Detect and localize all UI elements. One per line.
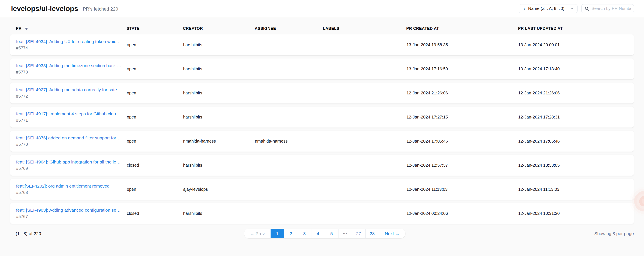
sort-dropdown-label: Name (Z→A, 9→0)	[528, 6, 564, 11]
pr-cell: feat: [SEI-4933]: Adding the timezone se…	[16, 63, 127, 75]
updated-at-cell: 12-Jan-2024 10:31:20	[518, 211, 630, 216]
pr-title-link[interactable]: feat: [SEI-4933]: Adding the timezone se…	[16, 63, 127, 69]
state-cell: open	[127, 187, 183, 192]
pr-number: #5772	[16, 93, 127, 99]
topbar: levelops/ui-levelops PR's fetched 220 ↑↓…	[0, 0, 644, 17]
column-header-assignee: ASSIGNEE	[255, 26, 323, 31]
column-header-updated-at: PR LAST UPDATED AT	[518, 26, 630, 31]
state-cell: open	[127, 91, 183, 96]
page-button[interactable]: 2	[284, 229, 298, 238]
page-button[interactable]: 5	[325, 229, 338, 238]
state-cell: closed	[127, 163, 183, 168]
table-row: feat:[SEI-4202]: org admin entitlement r…	[10, 179, 634, 200]
state-cell: open	[127, 42, 183, 47]
next-page-button[interactable]: Next →	[379, 229, 406, 238]
table-footer: (1 - 8) of 220 ← Prev 12345•••2728 Next …	[0, 229, 644, 238]
range-text: (1 - 8) of 220	[16, 231, 244, 236]
creator-cell: harshilbits	[183, 163, 255, 168]
pr-number: #5771	[16, 117, 127, 123]
pr-cell: feat: [SEI-4917]: Implement 4 steps for …	[16, 111, 127, 123]
table-row: feat: [SEI-4917]: Implement 4 steps for …	[10, 107, 634, 128]
table-body: feat: [SEI-4934]: Adding UX for creating…	[10, 34, 634, 224]
sort-descending-icon	[25, 28, 28, 30]
table-row: feat: [SEI-4927]: Adding metadata correc…	[10, 82, 634, 104]
column-header-pr[interactable]: PR	[16, 26, 126, 31]
created-at-cell: 12-Jan-2024 12:57:37	[406, 163, 518, 168]
pr-title-link[interactable]: feat: [SEI-4934]: Adding UX for creating…	[16, 38, 127, 45]
state-cell: open	[127, 67, 183, 71]
created-at-cell: 12-Jan-2024 17:27:15	[406, 115, 518, 120]
chevron-down-icon	[570, 7, 574, 10]
pr-cell: feat: [SEI-4903]: Adding advanced config…	[16, 207, 127, 220]
pagination-ellipsis[interactable]: •••	[338, 229, 352, 238]
creator-cell: harshilbits	[183, 211, 255, 216]
search-icon	[584, 6, 589, 11]
sort-dropdown[interactable]: ↑↓ Name (Z→A, 9→0)	[519, 4, 578, 13]
page-button[interactable]: 28	[366, 229, 379, 238]
pr-cell: feat:[SEI-4202]: org admin entitlement r…	[16, 183, 127, 196]
page-button[interactable]: 27	[352, 229, 366, 238]
search-input[interactable]	[592, 6, 631, 11]
table-row: feat: [SEI-4904]: Gihub app integration …	[10, 155, 634, 176]
table-row: feat: [SEI-4903]: Adding advanced config…	[10, 203, 634, 224]
updated-at-cell: 13-Jan-2024 20:00:01	[518, 42, 630, 47]
column-header-created-at: PR CREATED AT	[406, 26, 518, 31]
created-at-cell: 13-Jan-2024 19:58:35	[406, 42, 518, 47]
assignee-cell: nmahida-harness	[255, 139, 323, 144]
updated-at-cell: 12-Jan-2024 21:26:06	[518, 91, 630, 96]
created-at-cell: 12-Jan-2024 17:05:46	[406, 139, 518, 144]
pr-number: #5773	[16, 69, 127, 75]
creator-cell: harshilbits	[183, 67, 255, 71]
pagination-pages: 12345•••2728	[270, 229, 379, 238]
pr-cell: feat: [SEI-4876] added on demand filter …	[16, 135, 127, 147]
header-controls: ↑↓ Name (Z→A, 9→0)	[519, 4, 634, 13]
pr-number: #5770	[16, 141, 127, 147]
updated-at-cell: 13-Jan-2024 17:18:40	[518, 67, 630, 71]
pr-title-link[interactable]: feat: [SEI-4927]: Adding metadata correc…	[16, 87, 127, 93]
creator-cell: harshilbits	[183, 91, 255, 96]
pr-cell: feat: [SEI-4927]: Adding metadata correc…	[16, 87, 127, 99]
pr-title-link[interactable]: feat: [SEI-4904]: Gihub app integration …	[16, 159, 127, 165]
pr-title-link[interactable]: feat: [SEI-4917]: Implement 4 steps for …	[16, 111, 127, 117]
pr-number: #5774	[16, 45, 127, 51]
state-cell: open	[127, 115, 183, 120]
creator-cell: harshilbits	[183, 115, 255, 120]
pr-cell: feat: [SEI-4904]: Gihub app integration …	[16, 159, 127, 171]
sort-direction-icon: ↑↓	[522, 6, 526, 11]
pr-fetched-count: PR's fetched 220	[83, 5, 118, 12]
updated-at-cell: 12-Jan-2024 11:13:03	[518, 187, 630, 192]
state-cell: open	[127, 139, 183, 144]
page-button[interactable]: 3	[298, 229, 311, 238]
updated-at-cell: 12-Jan-2024 17:28:31	[518, 115, 630, 120]
creator-cell: ajay-levelops	[183, 187, 255, 192]
table-row: feat: [SEI-4876] added on demand filter …	[10, 130, 634, 152]
pr-title-link[interactable]: feat: [SEI-4876] added on demand filter …	[16, 135, 127, 141]
state-cell: closed	[127, 211, 183, 216]
search-box	[581, 4, 634, 13]
page-title: levelops/ui-levelops	[11, 4, 78, 13]
pr-number: #5768	[16, 189, 127, 196]
per-page-text: Showing 8 per page	[406, 231, 634, 236]
table-row: feat: [SEI-4934]: Adding UX for creating…	[10, 34, 634, 55]
pr-number: #5769	[16, 165, 127, 171]
column-header-labels: LABELS	[323, 26, 406, 31]
column-header-state: STATE	[126, 26, 183, 31]
pagination: ← Prev 12345•••2728 Next →	[244, 229, 405, 238]
created-at-cell: 12-Jan-2024 21:26:06	[406, 91, 518, 96]
created-at-cell: 13-Jan-2024 17:16:59	[406, 67, 518, 71]
creator-cell: nmahida-harness	[183, 139, 255, 144]
page-button[interactable]: 4	[311, 229, 325, 238]
created-at-cell: 12-Jan-2024 11:13:03	[406, 187, 518, 192]
table-header-row: PR STATE CREATOR ASSIGNEE LABELS PR CREA…	[10, 17, 634, 34]
creator-cell: harshilbits	[183, 42, 255, 47]
page-button[interactable]: 1	[270, 229, 284, 238]
pr-cell: feat: [SEI-4934]: Adding UX for creating…	[16, 38, 127, 51]
pr-table: PR STATE CREATOR ASSIGNEE LABELS PR CREA…	[0, 17, 644, 224]
prev-page-button[interactable]: ← Prev	[244, 229, 270, 238]
updated-at-cell: 12-Jan-2024 13:33:05	[518, 163, 630, 168]
updated-at-cell: 12-Jan-2024 17:05:46	[518, 139, 630, 144]
pr-number: #5767	[16, 213, 127, 220]
pr-title-link[interactable]: feat:[SEI-4202]: org admin entitlement r…	[16, 183, 127, 189]
pr-title-link[interactable]: feat: [SEI-4903]: Adding advanced config…	[16, 207, 127, 213]
created-at-cell: 12-Jan-2024 00:24:06	[406, 211, 518, 216]
